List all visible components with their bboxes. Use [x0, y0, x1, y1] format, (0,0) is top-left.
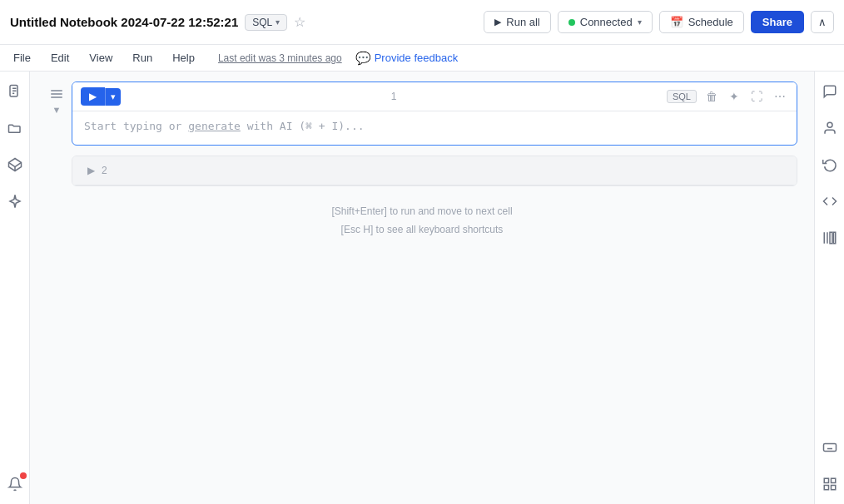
svg-rect-13 — [831, 478, 835, 482]
right-sidebar-icon-history[interactable] — [820, 155, 840, 175]
hints-section: [Shift+Enter] to run and move to next ce… — [47, 203, 797, 239]
sidebar-icon-notification[interactable] — [5, 474, 25, 494]
cell-collapse-arrow-1[interactable]: ▼ — [52, 105, 62, 115]
sql-label: SQL — [252, 17, 272, 28]
cell-1-type-badge: SQL — [667, 90, 697, 103]
menu-edit[interactable]: Edit — [47, 50, 72, 66]
collapse-icon: ∧ — [818, 16, 827, 28]
notebook-title: Untitled Notebook 2024-07-22 12:52:21 — [10, 15, 238, 29]
svg-rect-15 — [831, 486, 835, 490]
schedule-button[interactable]: 📅 Schedule — [659, 11, 744, 33]
cell-1-magic-button[interactable]: ✦ — [727, 88, 742, 105]
cell-1-expand-button[interactable]: ⛶ — [748, 88, 765, 105]
cell-gutter-2 — [47, 156, 67, 186]
sidebar-icon-package[interactable] — [5, 155, 25, 175]
connected-dot-icon — [568, 19, 575, 26]
right-sidebar-bottom — [820, 437, 840, 494]
cell-gutter-1: ▼ — [47, 82, 67, 146]
svg-rect-10 — [833, 232, 835, 244]
calendar-icon: 📅 — [670, 16, 683, 28]
right-sidebar-icon-grid[interactable] — [820, 474, 840, 494]
sql-chevron-icon: ▾ — [276, 17, 280, 27]
schedule-label: Schedule — [688, 16, 733, 28]
last-edit-text[interactable]: Last edit was 3 minutes ago — [218, 52, 342, 64]
right-sidebar-icon-keyboard[interactable] — [820, 437, 840, 457]
cell-1-delete-button[interactable]: 🗑 — [703, 88, 720, 105]
collapse-panel-button[interactable]: ∧ — [811, 11, 834, 33]
menu-view[interactable]: View — [86, 50, 116, 66]
cell-1-generate-link[interactable]: generate — [188, 120, 241, 132]
share-label: Share — [762, 16, 792, 28]
sidebar-icon-sparkle[interactable] — [5, 191, 25, 211]
cell-1: ▶ ▾ 1 SQL 🗑 ✦ ⛶ ⋯ — [72, 82, 797, 146]
right-sidebar-icon-library[interactable] — [820, 228, 840, 248]
run-all-button[interactable]: ▶ Run all — [484, 11, 550, 33]
sidebar-icon-document[interactable] — [5, 82, 25, 101]
play-icon: ▶ — [494, 17, 501, 27]
cell-1-run-group: ▶ ▾ — [81, 87, 121, 106]
notebook-content: ▼ ▶ ▾ 1 SQL 🗑 ✦ — [30, 72, 814, 504]
cell-wrapper-1: ▼ ▶ ▾ 1 SQL 🗑 ✦ — [47, 82, 797, 146]
svg-rect-11 — [823, 444, 836, 452]
cell-1-more-button[interactable]: ⋯ — [772, 88, 788, 105]
right-sidebar-icon-chat[interactable] — [820, 82, 840, 101]
top-bar-right: ▶ Run all Connected ▾ 📅 Schedule Share ∧ — [484, 11, 834, 33]
favorite-icon[interactable]: ☆ — [294, 14, 305, 30]
connected-label: Connected — [580, 16, 633, 28]
share-button[interactable]: Share — [751, 11, 804, 33]
cell-1-run-dropdown[interactable]: ▾ — [105, 88, 121, 106]
left-sidebar — [0, 72, 30, 504]
svg-point-6 — [827, 122, 832, 127]
cell-2-run-button[interactable]: ▶ — [81, 161, 102, 180]
cell-1-dropdown-chevron-icon: ▾ — [111, 91, 116, 101]
cell-1-body[interactable]: Start typing or generate with AI (⌘ + I)… — [72, 111, 797, 145]
feedback-bubble-icon: 💬 — [355, 51, 371, 66]
provide-feedback-link[interactable]: 💬 Provide feedback — [355, 51, 458, 66]
sidebar-icon-folder[interactable] — [5, 118, 25, 138]
run-all-label: Run all — [506, 16, 539, 28]
cell-1-number: 1 — [391, 91, 397, 102]
cell-1-header-right: SQL 🗑 ✦ ⛶ ⋯ — [667, 88, 788, 105]
sql-type-button[interactable]: SQL ▾ — [245, 14, 287, 31]
hint-line-1: [Shift+Enter] to run and move to next ce… — [47, 203, 797, 221]
cell-1-header: ▶ ▾ 1 SQL 🗑 ✦ ⛶ ⋯ — [72, 82, 797, 111]
drag-handle-1[interactable] — [51, 90, 62, 98]
cell-1-play-icon: ▶ — [89, 91, 97, 102]
svg-rect-9 — [830, 232, 832, 244]
top-bar: Untitled Notebook 2024-07-22 12:52:21 SQ… — [0, 0, 844, 45]
right-sidebar-icon-code[interactable] — [820, 191, 840, 211]
cell-2: ▶ 2 — [72, 156, 797, 186]
connection-button[interactable]: Connected ▾ — [558, 11, 653, 33]
cell-1-placeholder-end: with AI (⌘ + I)... — [241, 120, 365, 132]
cell-1-run-button[interactable]: ▶ — [81, 87, 105, 106]
main-layout: ▼ ▶ ▾ 1 SQL 🗑 ✦ — [0, 72, 844, 504]
cell-2-number: 2 — [102, 165, 107, 176]
right-sidebar — [814, 72, 844, 504]
hint-line-2: [Esc H] to see all keyboard shortcuts — [47, 221, 797, 240]
menu-run[interactable]: Run — [129, 50, 156, 66]
svg-rect-12 — [824, 478, 828, 482]
menu-bar: File Edit View Run Help Last edit was 3 … — [0, 45, 844, 72]
cell-1-placeholder-start: Start typing or — [84, 120, 188, 132]
sidebar-bottom — [5, 474, 25, 494]
cell-wrapper-2: ▶ 2 — [47, 156, 797, 186]
right-sidebar-icon-person[interactable] — [820, 118, 840, 138]
connected-chevron-icon: ▾ — [638, 17, 642, 27]
provide-feedback-label: Provide feedback — [375, 52, 458, 64]
top-bar-left: Untitled Notebook 2024-07-22 12:52:21 SQ… — [10, 14, 305, 31]
menu-help[interactable]: Help — [169, 50, 198, 66]
notification-dot — [20, 472, 27, 479]
menu-file[interactable]: File — [10, 50, 34, 66]
cell-2-header: ▶ 2 — [72, 156, 797, 185]
svg-rect-14 — [824, 486, 828, 490]
